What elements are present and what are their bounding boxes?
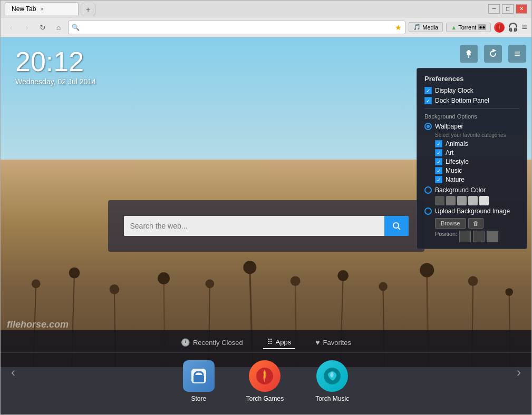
svg-point-16 xyxy=(337,270,349,281)
title-bar: New Tab × + ─ □ ✕ xyxy=(1,1,531,17)
swatch-2[interactable] xyxy=(446,196,456,205)
swatch-4[interactable] xyxy=(468,196,478,205)
tab-area: New Tab × + xyxy=(5,2,488,15)
torch-music-app-label: Torch Music xyxy=(315,395,349,402)
nature-checkbox[interactable]: ✓ xyxy=(435,176,442,183)
prefs-divider-1 xyxy=(424,108,519,109)
nature-item: ✓ Nature xyxy=(435,176,519,183)
search-input[interactable] xyxy=(124,216,384,236)
panel-right-arrow[interactable]: › xyxy=(517,365,521,380)
bg-options-title: Background Options xyxy=(424,113,519,120)
lifestyle-label: Lifestyle xyxy=(446,158,469,165)
apps-tab[interactable]: ⠿ Apps xyxy=(263,335,296,349)
svg-line-27 xyxy=(398,228,400,230)
swatch-5[interactable] xyxy=(479,196,489,205)
color-swatches xyxy=(435,196,519,205)
favorites-tab[interactable]: ♥ Favorites xyxy=(311,336,355,349)
search-icon: 🔍 xyxy=(72,24,80,31)
browser-window: New Tab × + ─ □ ✕ ‹ › ↻ ⌂ 🔍 ★ 🎵 Media ▲ … xyxy=(0,0,532,415)
bottom-panel: 🕐 Recently Closed ⠿ Apps ♥ Favorites ‹ › xyxy=(1,330,531,414)
bg-color-radio-item: Background Color xyxy=(424,186,519,194)
maximize-button[interactable]: □ xyxy=(502,4,514,14)
swatch-3[interactable] xyxy=(457,196,467,205)
address-bar: 🔍 ★ xyxy=(68,21,405,34)
bg-color-label: Background Color xyxy=(435,186,486,194)
wallpaper-radio[interactable] xyxy=(424,123,432,130)
pos-btn-2[interactable] xyxy=(473,231,485,242)
upload-label: Upload Background Image xyxy=(435,208,510,215)
media-button[interactable]: 🎵 Media xyxy=(409,22,443,32)
pin-button[interactable] xyxy=(460,45,478,63)
delete-button[interactable]: 🗑 xyxy=(468,218,483,229)
select-categories-note: Select your favorite categories xyxy=(435,132,519,138)
store-app-item[interactable]: Store xyxy=(183,360,215,402)
favorites-icon: ♥ xyxy=(315,338,320,347)
torch-music-app-item[interactable]: Torch Music xyxy=(315,360,349,402)
browse-button[interactable]: Browse xyxy=(435,218,466,229)
apps-row: Store Torch Games xyxy=(1,353,531,410)
tab-close-btn[interactable]: × xyxy=(40,6,43,12)
position-row: Position: xyxy=(435,231,519,242)
svg-point-8 xyxy=(158,272,170,284)
torch-games-app-label: Torch Games xyxy=(246,395,284,402)
headphone-icon[interactable]: 🎧 xyxy=(508,22,518,32)
store-app-icon xyxy=(183,360,215,392)
navigation-bar: ‹ › ↻ ⌂ 🔍 ★ 🎵 Media ▲ Torrent ●● 🎧 ≡ xyxy=(1,17,531,37)
clock-time: 20:12 xyxy=(15,48,96,75)
music-checkbox[interactable]: ✓ xyxy=(435,167,442,174)
browse-row: Browse 🗑 xyxy=(435,218,519,229)
wallpaper-label: Wallpaper xyxy=(435,123,463,130)
home-button[interactable]: ⌂ xyxy=(52,21,65,34)
bookmark-star-icon[interactable]: ★ xyxy=(395,23,402,32)
recently-closed-tab[interactable]: 🕐 Recently Closed xyxy=(177,336,247,349)
media-label: Media xyxy=(422,24,438,31)
nature-label: Nature xyxy=(446,176,465,183)
browser-menu-button[interactable]: ≡ xyxy=(521,22,527,33)
svg-point-22 xyxy=(468,276,478,286)
svg-point-12 xyxy=(243,261,256,274)
swatch-1[interactable] xyxy=(435,196,444,205)
bg-color-radio[interactable] xyxy=(424,186,432,194)
watermark: filehorse.com xyxy=(7,319,69,330)
pos-btn-3[interactable] xyxy=(487,231,498,242)
reload-button[interactable]: ↻ xyxy=(36,21,49,34)
search-button[interactable] xyxy=(384,216,409,236)
back-button[interactable]: ‹ xyxy=(5,21,17,34)
art-checkbox[interactable]: ✓ xyxy=(435,149,442,156)
apps-label: Apps xyxy=(276,338,292,346)
lifestyle-checkbox[interactable]: ✓ xyxy=(435,158,442,165)
display-clock-checkbox[interactable]: ✓ xyxy=(424,87,432,94)
window-controls: ─ □ ✕ xyxy=(488,4,527,14)
panel-tabs: 🕐 Recently Closed ⠿ Apps ♥ Favorites xyxy=(1,330,531,353)
torch-brand-icon xyxy=(494,22,505,33)
close-button[interactable]: ✕ xyxy=(516,4,527,14)
minimize-button[interactable]: ─ xyxy=(488,4,500,14)
panel-left-arrow[interactable]: ‹ xyxy=(11,365,15,380)
torch-music-app-icon xyxy=(316,360,348,392)
search-bar xyxy=(124,216,409,236)
torrent-button[interactable]: ▲ Torrent ●● xyxy=(446,23,491,32)
refresh-button[interactable] xyxy=(484,45,502,63)
new-tab-button[interactable]: + xyxy=(81,4,95,15)
active-tab[interactable]: New Tab × xyxy=(5,2,79,15)
music-label: Music xyxy=(446,167,462,174)
media-icon: 🎵 xyxy=(413,24,421,31)
svg-point-6 xyxy=(110,284,120,294)
animals-checkbox[interactable]: ✓ xyxy=(435,140,442,147)
pos-btn-1[interactable] xyxy=(459,231,471,242)
tab-title: New Tab xyxy=(12,5,36,13)
address-input[interactable] xyxy=(82,24,393,31)
dock-bottom-checkbox[interactable]: ✓ xyxy=(424,97,432,104)
svg-point-10 xyxy=(206,280,215,289)
art-item: ✓ Art xyxy=(435,149,519,156)
dock-bottom-label: Dock Bottom Panel xyxy=(435,97,489,104)
upload-radio[interactable] xyxy=(424,208,432,215)
store-app-label: Store xyxy=(191,395,206,402)
music-item: ✓ Music xyxy=(435,167,519,174)
settings-menu-button[interactable]: ≡ xyxy=(508,45,526,63)
forward-button[interactable]: › xyxy=(21,21,33,34)
lifestyle-item: ✓ Lifestyle xyxy=(435,158,519,165)
animals-label: Animals xyxy=(446,140,468,147)
torch-games-app-item[interactable]: Torch Games xyxy=(246,360,284,402)
clock-widget: 20:12 Wednesday, 02 Jul 2014 xyxy=(15,48,96,86)
